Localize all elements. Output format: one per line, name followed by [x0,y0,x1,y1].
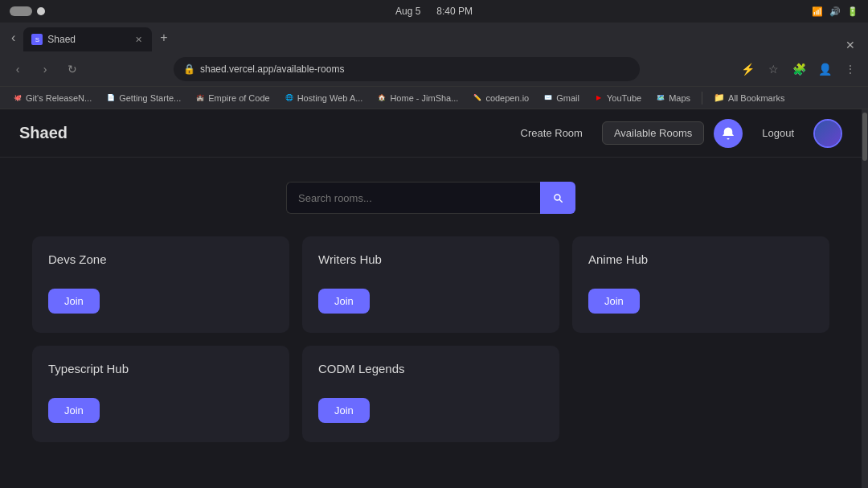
room-join-button[interactable]: Join [588,289,640,314]
url-text: shaed.vercel.app/available-rooms [200,64,630,75]
bookmark-label-codepen: codepen.io [485,93,529,103]
room-join-button[interactable]: Join [48,398,100,423]
app-content: Shaed Create Room Available Rooms Logout [0,109,862,488]
volume-icon: 🔊 [829,6,841,17]
screenshot-btn[interactable]: ⚡ [736,58,759,80]
bookmark-favicon-gs: 📄 [106,93,116,103]
notification-bell[interactable] [714,119,743,148]
reload-btn[interactable]: ↻ [61,58,84,80]
profile-btn[interactable]: 👤 [813,58,836,80]
bookmark-label-hosting: Hosting Web A... [297,93,363,103]
url-box[interactable]: 🔒 shaed.vercel.app/available-rooms [174,57,640,81]
bookmark-btn[interactable]: ☆ [762,58,784,80]
room-card: Writers HubJoin [302,236,559,333]
extensions-btn[interactable]: 🧩 [788,58,810,80]
bookmark-favicon-home: 🏠 [377,93,387,103]
nav-actions: Create Room Available Rooms Logout [511,119,842,148]
bookmark-gmail[interactable]: ✉️ Gmail [537,92,586,105]
page-body: Devs ZoneJoinWriters HubJoinAnime HubJoi… [0,158,862,488]
bookmark-label-empire: Empire of Code [208,93,269,103]
bookmark-home[interactable]: 🏠 Home - JimSha... [371,92,465,105]
search-button[interactable] [540,182,575,214]
bookmarks-bar: 🐙 Git's ReleaseN... 📄 Getting Starte... … [0,87,868,109]
bookmark-maps[interactable]: 🗺️ Maps [649,92,697,105]
bell-icon [721,126,735,141]
room-name: Typescript Hub [48,362,273,375]
room-card: Devs ZoneJoin [32,236,289,333]
bookmark-label-gs: Getting Starte... [119,93,181,103]
chrome-close-btn[interactable]: ✕ [839,39,862,51]
bookmark-favicon-youtube: ▶ [594,93,604,103]
os-pill [10,6,32,16]
bookmark-favicon-empire: 🏰 [195,93,205,103]
available-rooms-button[interactable]: Available Rooms [602,121,704,145]
room-card: Anime HubJoin [572,236,829,333]
create-room-button[interactable]: Create Room [511,122,592,144]
bookmark-label-maps: Maps [669,93,690,103]
os-bar: Aug 5 8:40 PM 📶 🔊 🔋 [0,0,868,23]
bookmark-hosting[interactable]: 🌐 Hosting Web A... [278,92,370,105]
os-dot [37,7,45,15]
room-join-button[interactable]: Join [318,398,370,423]
logout-button[interactable]: Logout [752,122,804,144]
search-icon [552,192,563,203]
search-container [286,182,575,214]
bookmark-favicon-maps: 🗺️ [656,93,665,103]
lock-icon: 🔒 [183,64,195,75]
forward-btn[interactable]: › [34,58,56,80]
search-row [32,182,829,214]
all-bookmarks-btn[interactable]: 📁 All Bookmarks [707,91,791,105]
menu-btn[interactable]: ⋮ [839,58,862,80]
user-avatar[interactable] [813,119,842,148]
rooms-grid: Devs ZoneJoinWriters HubJoinAnime HubJoi… [32,236,829,442]
bookmark-empire[interactable]: 🏰 Empire of Code [189,92,276,105]
room-card: Typescript HubJoin [32,346,289,442]
tab-close-btn[interactable]: ✕ [133,34,144,45]
content-area: Shaed Create Room Available Rooms Logout [0,109,868,488]
room-name: Anime Hub [588,252,813,266]
back-btn[interactable]: ‹ [6,58,29,80]
bookmark-getting-started[interactable]: 📄 Getting Starte... [100,92,187,105]
bookmark-favicon-codepen: ✏️ [473,93,482,103]
room-name: Writers Hub [318,252,543,266]
scrollbar-thumb[interactable] [862,113,867,161]
new-tab-back-btn[interactable]: ‹ [6,27,20,48]
scrollbar-track[interactable] [862,109,868,488]
bm-separator [702,92,702,105]
tab-bar: ‹ S Shaed ✕ + ✕ [0,23,868,51]
os-date: Aug 5 [395,6,420,17]
address-bar: ‹ › ↻ 🔒 shaed.vercel.app/available-rooms… [0,51,868,87]
bookmark-label-home: Home - JimSha... [390,93,458,103]
navbar: Shaed Create Room Available Rooms Logout [0,109,862,158]
bookmark-favicon-hosting: 🌐 [285,93,294,103]
new-tab-btn[interactable]: + [155,27,172,48]
room-join-button[interactable]: Join [48,289,100,314]
wifi-icon: 📶 [812,6,823,17]
os-time: 8:40 PM [436,6,473,17]
bookmark-youtube[interactable]: ▶ YouTube [588,92,648,105]
bookmark-favicon-gmail: ✉️ [543,93,553,103]
bookmark-codepen[interactable]: ✏️ codepen.io [466,92,535,105]
bookmark-favicon-git: 🐙 [13,93,23,103]
room-name: CODM Legends [318,362,543,375]
folder-icon: 📁 [714,92,725,103]
bookmark-label-youtube: YouTube [607,93,641,103]
bookmark-git[interactable]: 🐙 Git's ReleaseN... [6,92,98,105]
avatar-image [815,121,841,146]
room-name: Devs Zone [48,252,273,266]
room-card: CODM LegendsJoin [302,346,559,442]
room-join-button[interactable]: Join [318,289,370,314]
battery-icon: 🔋 [847,6,858,17]
active-tab[interactable]: S Shaed ✕ [23,27,152,51]
all-bookmarks-label: All Bookmarks [728,93,784,103]
bookmark-label-git: Git's ReleaseN... [26,93,92,103]
bookmark-label-gmail: Gmail [556,93,579,103]
app-logo: Shaed [19,124,68,142]
tab-favicon: S [31,34,43,45]
address-right-icons: ⚡ ☆ 🧩 👤 ⋮ [736,58,862,80]
tab-title: Shaed [47,34,128,45]
search-input[interactable] [286,182,540,214]
